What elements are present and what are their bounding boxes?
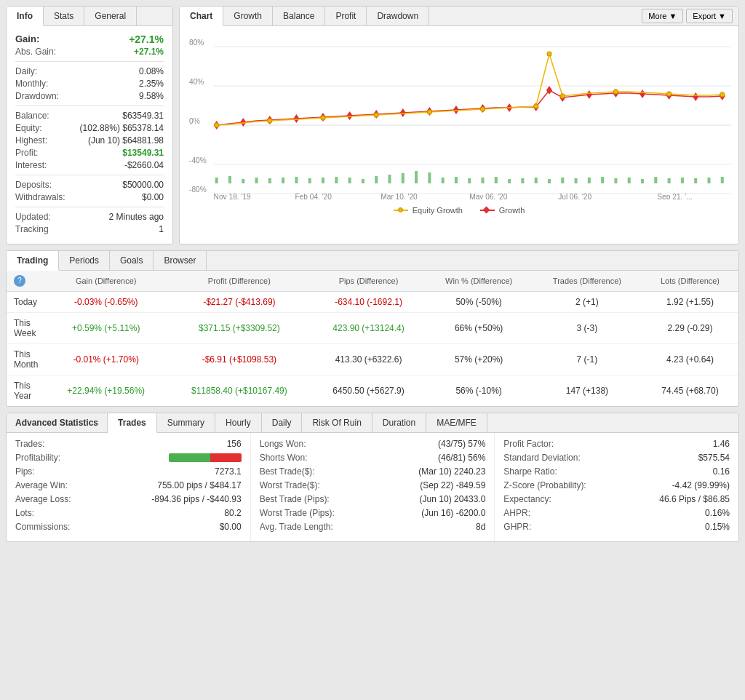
adv-label: Profitability:: [15, 453, 60, 463]
adv-value: 156: [227, 439, 242, 449]
adv-col-2: Longs Won: (43/75) 57% Shorts Won: (46/8…: [251, 433, 495, 541]
tab-balance[interactable]: Balance: [273, 7, 325, 25]
adv-stat-row: Best Trade($): (Mar 10) 2240.23: [260, 466, 486, 477]
cell-pips: -634.10 (-1692.1): [312, 292, 426, 313]
svg-rect-31: [495, 177, 498, 183]
tab-adv-duration[interactable]: Duration: [372, 413, 426, 432]
svg-rect-37: [575, 178, 578, 183]
tab-trading[interactable]: Trading: [7, 251, 59, 271]
svg-text:Sep 21, '...: Sep 21, '...: [657, 193, 692, 199]
svg-point-72: [321, 116, 325, 120]
legend-equity: Equity Growth: [394, 206, 463, 215]
adv-label: Standard Deviation:: [503, 453, 580, 463]
svg-rect-40: [614, 178, 617, 183]
export-button[interactable]: Export ▼: [686, 9, 733, 23]
legend-equity-label: Equity Growth: [413, 206, 463, 215]
profit-row: Profit: $13549.31: [15, 148, 164, 158]
adv-stat-row: Profitability:: [15, 453, 242, 463]
svg-marker-54: [347, 111, 353, 120]
more-button[interactable]: More ▼: [642, 9, 683, 23]
info-panel: Info Stats General Gain: +27.1% Abs. Gai…: [6, 6, 173, 244]
gain-row: Gain: +27.1%: [15, 33, 164, 45]
svg-rect-45: [681, 178, 684, 183]
tab-adv-mae[interactable]: MAE/MFE: [426, 413, 487, 432]
tab-chart[interactable]: Chart: [180, 7, 223, 26]
adv-section: Advanced Statistics Trades Summary Hourl…: [6, 413, 739, 542]
svg-rect-26: [428, 172, 431, 183]
interest-row: Interest: -$2660.04: [15, 160, 164, 170]
tab-periods[interactable]: Periods: [59, 251, 110, 270]
svg-rect-35: [548, 179, 551, 183]
tab-adv-hourly[interactable]: Hourly: [215, 413, 262, 432]
cell-profit: -$6.91 (+$1098.53): [167, 344, 312, 375]
tab-browser[interactable]: Browser: [154, 251, 207, 270]
svg-rect-13: [255, 178, 258, 183]
daily-value: 0.08%: [139, 66, 164, 76]
svg-rect-19: [335, 177, 338, 183]
profit-bar-green: [169, 453, 210, 462]
balance-label: Balance:: [15, 111, 49, 121]
daily-label: Daily:: [15, 66, 37, 76]
highest-label: Highest:: [15, 135, 47, 146]
help-icon[interactable]: ?: [14, 275, 25, 287]
withdrawals-label: Withdrawals:: [15, 192, 65, 202]
adv-value: 8d: [476, 522, 485, 532]
adv-value: (Jun 10) 20433.0: [420, 494, 486, 504]
svg-text:Jul 06, '20: Jul 06, '20: [558, 193, 591, 199]
adv-value: $575.54: [698, 453, 730, 463]
svg-rect-36: [561, 178, 564, 183]
adv-stat-row: Average Win: 755.00 pips / $484.17: [15, 480, 242, 490]
svg-rect-14: [268, 178, 271, 183]
svg-text:80%: 80%: [189, 39, 204, 47]
tab-adv-trades[interactable]: Trades: [108, 413, 157, 433]
deposits-label: Deposits:: [15, 180, 52, 190]
adv-value: 0.16%: [705, 508, 730, 518]
svg-rect-24: [402, 173, 405, 183]
adv-stat-row: Worst Trade($): (Sep 22) -849.59: [260, 480, 486, 490]
svg-rect-46: [694, 178, 697, 183]
balance-row: Balance: $63549.31: [15, 111, 164, 121]
adv-label: AHPR:: [503, 508, 530, 518]
adv-value: (43/75) 57%: [438, 439, 485, 449]
cell-win: 66% (+50%): [425, 313, 532, 344]
svg-rect-43: [654, 177, 657, 183]
adv-stat-row: Average Loss: -894.36 pips / -$440.93: [15, 494, 242, 504]
svg-rect-21: [362, 179, 364, 183]
tab-adv-summary[interactable]: Summary: [157, 413, 215, 432]
svg-rect-20: [348, 178, 351, 183]
cell-profit: -$21.27 (-$413.69): [167, 292, 312, 313]
profitability-bar: [169, 453, 242, 462]
svg-point-75: [480, 107, 485, 111]
svg-rect-47: [707, 178, 710, 183]
tracking-row: Tracking 1: [15, 224, 164, 234]
adv-stat-row: Lots: 80.2: [15, 508, 242, 518]
svg-rect-33: [521, 178, 524, 183]
withdrawals-row: Withdrawals: $0.00: [15, 192, 164, 202]
adv-label: Shorts Won:: [260, 453, 308, 463]
tab-growth[interactable]: Growth: [223, 7, 273, 25]
tab-adv-daily[interactable]: Daily: [262, 413, 303, 432]
svg-rect-29: [468, 178, 471, 183]
deposits-row: Deposits: $50000.00: [15, 180, 164, 190]
th-trades: Trades (Difference): [533, 271, 642, 292]
monthly-value: 2.35%: [139, 79, 164, 89]
tab-adv-risk[interactable]: Risk Of Ruin: [302, 413, 372, 432]
tab-profit[interactable]: Profit: [325, 7, 367, 25]
profit-label: Profit:: [15, 148, 38, 158]
svg-rect-48: [721, 177, 724, 183]
tab-drawdown[interactable]: Drawdown: [367, 7, 429, 25]
adv-label: Longs Won:: [260, 439, 306, 449]
tab-info[interactable]: Info: [7, 7, 44, 26]
legend-growth: Growth: [480, 206, 525, 215]
svg-rect-18: [322, 178, 324, 183]
svg-rect-17: [308, 178, 311, 183]
tab-goals[interactable]: Goals: [110, 251, 154, 270]
tab-general[interactable]: General: [84, 7, 137, 25]
table-row: This Week +0.59% (+5.11%) $371.15 (+$330…: [7, 313, 738, 344]
svg-text:Nov 18, '19: Nov 18, '19: [214, 193, 251, 199]
adv-value: (Mar 10) 2240.23: [418, 466, 485, 477]
adv-stat-row: Shorts Won: (46/81) 56%: [260, 453, 486, 463]
tab-stats[interactable]: Stats: [44, 7, 84, 25]
adv-label: Pips:: [15, 466, 35, 477]
info-content: Gain: +27.1% Abs. Gain: +27.1% Daily: 0.…: [7, 26, 172, 244]
